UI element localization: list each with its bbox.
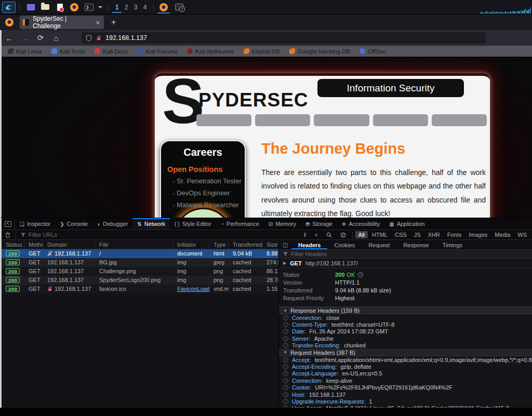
workspace-button-3[interactable]: 3: [131, 2, 140, 13]
column-header-status[interactable]: Status: [2, 240, 24, 249]
new-request-button[interactable]: +: [311, 232, 321, 238]
home-button[interactable]: ⌂: [48, 34, 64, 43]
devtools-tab-performance[interactable]: ◔Performance: [216, 218, 264, 230]
bookmark-item[interactable]: OffSec: [360, 48, 386, 55]
collapse-triangle-icon[interactable]: ▼: [283, 308, 287, 313]
type-filter-js[interactable]: JS: [411, 231, 424, 238]
workspace-button-2[interactable]: 2: [122, 2, 131, 13]
chevron-down-icon[interactable]: [98, 6, 102, 8]
firefox-icon[interactable]: [5, 18, 14, 26]
split-panel-toggle-icon[interactable]: ◫: [279, 240, 291, 249]
header-help-icon[interactable]: ?: [283, 322, 288, 327]
file-manager-launcher[interactable]: [40, 2, 50, 12]
devtools-tab-accessibility[interactable]: ✜Accessibility: [337, 218, 384, 230]
details-tab-headers[interactable]: Headers: [291, 240, 327, 249]
type-filter-all[interactable]: All: [355, 231, 368, 238]
request-initiator-cell[interactable]: FaviconLoader.js…: [173, 285, 209, 293]
type-filter-xhr[interactable]: XHR: [424, 231, 443, 238]
column-header-domain[interactable]: Domain: [43, 240, 95, 249]
insecure-lock-icon[interactable]: [96, 35, 101, 41]
bookmark-item[interactable]: Kali Linux: [8, 48, 42, 55]
page-nav-button[interactable]: [255, 114, 310, 126]
column-header-file[interactable]: File: [95, 240, 173, 249]
header-item[interactable]: ?Server:Apache: [279, 335, 532, 342]
forward-button[interactable]: →: [17, 34, 33, 43]
workspace-button-1[interactable]: 1: [112, 2, 122, 13]
header-help-icon[interactable]: ?: [283, 392, 288, 397]
header-item[interactable]: ?Connection:keep-alive: [279, 377, 532, 384]
header-help-icon[interactable]: ?: [283, 343, 288, 348]
header-help-icon[interactable]: ?: [283, 399, 288, 404]
bookmark-item[interactable]: Kali Forums: [137, 48, 177, 55]
network-column-headers[interactable]: StatusMethodDomainFileInitiatorTypeTrans…: [2, 240, 278, 249]
reload-button[interactable]: ⟳: [33, 33, 48, 43]
collapse-triangle-icon[interactable]: ▼: [283, 350, 287, 355]
details-tab-cookies[interactable]: Cookies: [327, 240, 362, 249]
devtools-tab-application[interactable]: ▦Application: [384, 218, 429, 230]
header-help-icon[interactable]: ?: [283, 336, 288, 341]
clear-requests-button[interactable]: [2, 232, 14, 238]
header-help-icon[interactable]: ?: [283, 364, 288, 369]
search-button[interactable]: [323, 232, 336, 238]
header-item[interactable]: ?Host:192.168.1.137: [279, 391, 532, 398]
request-url-row[interactable]: ▶ GET http://192.168.1.137/: [279, 259, 532, 268]
header-item[interactable]: ?Transfer-Encoding:chunked: [279, 342, 532, 349]
devtools-tab-debugger[interactable]: ◗Debugger: [92, 218, 132, 230]
type-filter-images[interactable]: Images: [466, 231, 490, 238]
bookmark-item[interactable]: Google Hacking DB: [289, 48, 350, 55]
pause-traffic-button[interactable]: ‖: [300, 232, 310, 238]
page-nav-button[interactable]: [432, 114, 487, 126]
taskbar-firefox-window[interactable]: [157, 1, 170, 14]
page-nav-button[interactable]: [196, 114, 251, 126]
type-filter-css[interactable]: CSS: [392, 231, 410, 238]
header-item[interactable]: ?Accept-Language:en-US,en;q=0.5: [279, 370, 532, 377]
network-request-row[interactable]: 200GET192.168.1.137/documenthtml9.04 kB8…: [2, 249, 278, 258]
bookmark-item[interactable]: Exploit-DB: [244, 48, 280, 55]
bookmark-item[interactable]: Kali Tools: [51, 48, 85, 55]
details-tab-timings[interactable]: Timings: [436, 240, 469, 249]
details-tab-response[interactable]: Response: [396, 240, 436, 249]
filter-headers-input[interactable]: Filter Headers: [279, 250, 532, 259]
header-item[interactable]: ?Connection:close: [279, 314, 532, 321]
new-tab-button[interactable]: +: [111, 18, 116, 27]
header-help-icon[interactable]: ?: [283, 385, 288, 390]
devtools-tab-console[interactable]: ❯Console: [55, 218, 92, 230]
bookmark-item[interactable]: Kali NetHunter: [187, 48, 234, 55]
devtools-tab-storage[interactable]: ⛃Storage: [301, 218, 337, 230]
column-header-transferred[interactable]: Transferred: [229, 240, 262, 249]
column-header-size[interactable]: Size: [262, 240, 278, 249]
firefox-launcher[interactable]: [69, 2, 79, 12]
header-item[interactable]: ?Upgrade-Insecure-Requests:1: [279, 398, 532, 405]
header-item[interactable]: ?Cookie:URI=%2Fv%2F81JHPbvyEQ8729161jd6a…: [279, 384, 532, 391]
type-filter-ws[interactable]: WS: [514, 231, 530, 238]
workspace-button-4[interactable]: 4: [140, 2, 150, 13]
url-bar[interactable]: 192.168.1.137: [82, 32, 486, 44]
terminal-launcher[interactable]: ❯: [84, 2, 94, 12]
url-text[interactable]: 192.168.1.137: [105, 34, 147, 42]
status-help-icon[interactable]: ?: [358, 272, 363, 277]
header-help-icon[interactable]: ?: [283, 378, 288, 383]
details-tab-request[interactable]: Request: [362, 240, 396, 249]
header-help-icon[interactable]: ?: [283, 329, 288, 334]
column-header-method[interactable]: Method: [24, 240, 43, 249]
devtools-tab-network[interactable]: ⇅Network: [132, 218, 170, 230]
pick-element-button[interactable]: ↖: [2, 218, 15, 230]
bookmark-item[interactable]: Kali Docs: [95, 48, 128, 55]
back-button[interactable]: ←: [2, 34, 17, 43]
devtools-tab-style-editor[interactable]: { }Style Editor: [170, 218, 216, 230]
kali-menu-button[interactable]: [2, 2, 16, 13]
response-headers-section[interactable]: ▼ Response Headers (159 B): [279, 307, 532, 314]
header-item[interactable]: ?Accept-Encoding:gzip, deflate: [279, 363, 532, 370]
header-item[interactable]: ?Accept:text/html,application/xhtml+xml,…: [279, 356, 532, 363]
network-request-row[interactable]: 200GET192.168.1.137SpyderSecLogo200.pngi…: [2, 276, 278, 285]
header-help-icon[interactable]: ?: [283, 371, 288, 376]
header-help-icon[interactable]: ?: [283, 357, 288, 363]
header-help-icon[interactable]: ?: [283, 315, 288, 320]
block-requests-button[interactable]: [337, 232, 350, 238]
type-filter-fonts[interactable]: Fonts: [444, 231, 465, 238]
filter-urls-input[interactable]: Filter URLs: [18, 232, 57, 238]
help-window-button[interactable]: [174, 2, 184, 12]
network-request-row[interactable]: 200GET192.168.1.137favicon.icoFaviconLoa…: [2, 285, 278, 293]
devtools-tab-inspector[interactable]: ❏Inspector: [15, 218, 55, 230]
column-header-type[interactable]: Type: [209, 240, 229, 249]
